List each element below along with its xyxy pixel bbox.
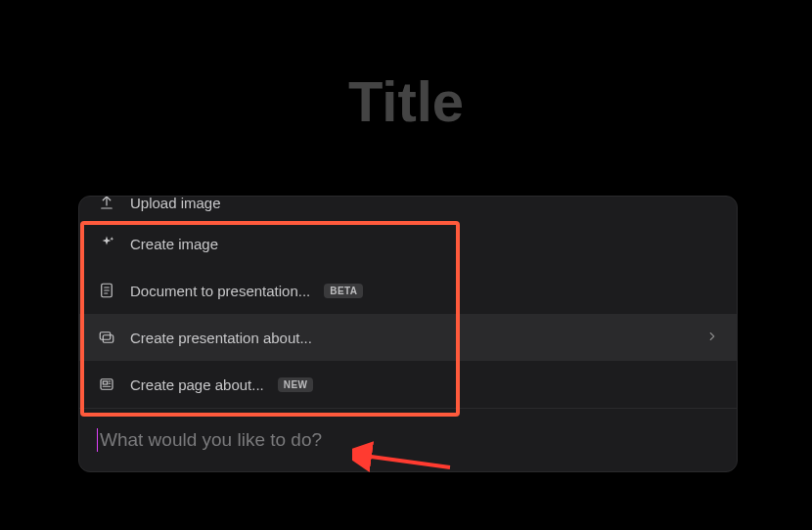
sparkle-icon [97, 234, 116, 253]
menu-item-create-presentation[interactable]: Create presentation about... [79, 314, 737, 361]
svg-rect-5 [103, 335, 113, 343]
page-title: Title [348, 68, 464, 134]
chevron-right-icon [705, 330, 719, 346]
menu-item-label: Create page about... [130, 376, 264, 393]
menu-item-create-image[interactable]: Create image [79, 220, 737, 267]
menu-item-label: Upload image [130, 196, 221, 211]
text-caret [97, 428, 98, 452]
svg-rect-4 [100, 332, 111, 340]
new-badge: NEW [278, 377, 314, 392]
menu-item-doc-to-presentation[interactable]: Document to presentation... BETA [79, 267, 737, 314]
command-input-area [79, 408, 737, 471]
menu-item-upload-image[interactable]: Upload image [79, 196, 737, 220]
svg-rect-7 [103, 381, 108, 384]
menu-item-create-page[interactable]: Create page about... NEW [79, 361, 737, 408]
upload-icon [97, 196, 116, 212]
menu-item-label: Create presentation about... [130, 330, 312, 346]
menu-item-label: Document to presentation... [130, 283, 310, 299]
page-icon [97, 375, 116, 394]
presentation-icon [97, 328, 116, 347]
menu-item-label: Create image [130, 236, 218, 252]
command-panel: Upload image Create image Document t [78, 196, 738, 472]
command-input[interactable] [100, 429, 719, 451]
command-menu: Upload image Create image Document t [79, 197, 737, 408]
beta-badge: BETA [324, 284, 363, 298]
document-icon [97, 281, 116, 300]
